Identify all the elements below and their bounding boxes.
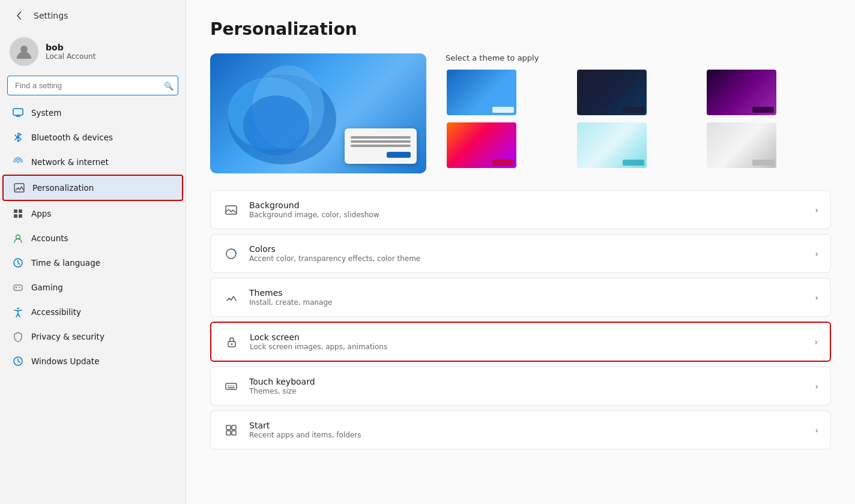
svg-rect-22 xyxy=(226,425,231,430)
settings-item-title: Touch keyboard xyxy=(249,377,315,386)
sidebar-item-network[interactable]: Network & internet xyxy=(2,150,183,174)
svg-rect-1 xyxy=(13,109,23,115)
settings-item-lock-screen[interactable]: Lock screen Lock screen images, apps, an… xyxy=(211,323,830,361)
user-type: Local Account xyxy=(46,52,95,61)
sidebar-item-gaming[interactable]: Gaming xyxy=(2,275,183,299)
user-info: bob Local Account xyxy=(46,43,95,61)
sidebar-item-apps[interactable]: Apps xyxy=(2,202,183,226)
settings-group-lock-screen: Lock screen Lock screen images, apps, an… xyxy=(210,322,831,362)
theme-thumb-5[interactable] xyxy=(576,121,648,169)
sidebar-item-accessibility[interactable]: Accessibility xyxy=(2,300,183,324)
sidebar-item-time[interactable]: Time & language xyxy=(2,251,183,275)
settings-item-title: Background xyxy=(249,200,379,210)
settings-item-left: Colors Accent color, transparency effect… xyxy=(223,244,420,263)
theme-grid xyxy=(446,68,831,169)
sidebar-nav: System Bluetooth & devices Network & int… xyxy=(0,100,186,374)
monitor-icon xyxy=(12,107,24,119)
settings-item-text: Themes Install, create, manage xyxy=(249,288,332,307)
themes-icon xyxy=(223,289,240,306)
sidebar-item-label: Accessibility xyxy=(31,307,81,317)
keyboard-icon xyxy=(223,378,240,395)
preview-wallpaper xyxy=(222,59,342,167)
back-button[interactable] xyxy=(5,6,34,25)
settings-item-subtitle: Themes, size xyxy=(249,387,315,395)
sidebar-item-label: Bluetooth & devices xyxy=(31,133,113,142)
personalization-icon xyxy=(13,182,25,194)
search-input[interactable] xyxy=(7,76,178,95)
theme-grid-title: Select a theme to apply xyxy=(446,53,831,62)
sidebar-item-system[interactable]: System xyxy=(2,101,183,125)
settings-item-title: Colors xyxy=(249,244,420,254)
settings-item-left: Touch keyboard Themes, size xyxy=(223,377,315,395)
sidebar-item-label: Windows Update xyxy=(31,356,99,366)
sidebar-item-label: System xyxy=(31,108,61,118)
theme-thumb-6[interactable] xyxy=(705,121,778,169)
settings-item-text: Lock screen Lock screen images, apps, an… xyxy=(250,332,387,351)
settings-item-title: Lock screen xyxy=(250,332,387,342)
sidebar-item-label: Privacy & security xyxy=(31,332,104,341)
settings-item-subtitle: Accent color, transparency effects, colo… xyxy=(249,254,420,263)
accessibility-icon xyxy=(12,306,24,318)
start-icon xyxy=(223,422,240,439)
settings-item-start[interactable]: Start Recent apps and items, folders › xyxy=(211,411,830,449)
page-title: Personalization xyxy=(210,19,831,39)
sidebar-item-accounts[interactable]: Accounts xyxy=(2,226,183,250)
sidebar-item-label: Time & language xyxy=(31,258,100,268)
theme-section: Select a theme to apply xyxy=(210,53,831,173)
chevron-right-icon: › xyxy=(815,425,818,435)
svg-point-11 xyxy=(17,308,19,310)
svg-rect-4 xyxy=(14,209,17,213)
settings-group-colors: Colors Accent color, transparency effect… xyxy=(210,234,831,273)
main-content: Personalization xyxy=(186,0,855,504)
settings-item-text: Touch keyboard Themes, size xyxy=(249,377,315,395)
sidebar-item-bluetooth[interactable]: Bluetooth & devices xyxy=(2,125,183,149)
settings-item-subtitle: Recent apps and items, folders xyxy=(249,431,361,439)
sidebar-item-label: Personalization xyxy=(32,183,94,193)
sidebar-item-personalization[interactable]: Personalization xyxy=(2,175,183,201)
sidebar-item-label: Gaming xyxy=(31,283,63,292)
svg-point-20 xyxy=(231,343,233,345)
window-title: Settings xyxy=(34,11,68,20)
sidebar-item-update[interactable]: Windows Update xyxy=(2,349,183,373)
svg-point-16 xyxy=(243,95,309,155)
time-icon xyxy=(12,257,24,269)
settings-item-left: Background Background image, color, slid… xyxy=(223,200,379,219)
privacy-icon xyxy=(12,331,24,343)
settings-item-text: Start Recent apps and items, folders xyxy=(249,421,361,439)
sidebar-item-label: Accounts xyxy=(31,233,68,243)
theme-preview xyxy=(210,53,426,173)
user-profile[interactable]: bob Local Account xyxy=(0,28,186,73)
settings-item-touch-keyboard[interactable]: Touch keyboard Themes, size › xyxy=(211,367,830,405)
colors-icon xyxy=(223,245,240,262)
settings-item-subtitle: Background image, color, slideshow xyxy=(249,211,379,219)
settings-item-themes[interactable]: Themes Install, create, manage › xyxy=(211,278,830,316)
theme-thumb-1[interactable] xyxy=(446,68,518,116)
settings-item-text: Colors Accent color, transparency effect… xyxy=(249,244,420,263)
svg-rect-25 xyxy=(232,431,236,435)
svg-point-2 xyxy=(17,161,19,163)
bluetooth-icon xyxy=(12,131,24,143)
settings-item-left: Themes Install, create, manage xyxy=(223,288,332,307)
theme-grid-section: Select a theme to apply xyxy=(446,53,831,169)
settings-item-background[interactable]: Background Background image, color, slid… xyxy=(211,191,830,229)
svg-rect-5 xyxy=(19,209,22,213)
settings-item-subtitle: Install, create, manage xyxy=(249,298,332,307)
theme-thumb-2[interactable] xyxy=(576,68,648,116)
settings-item-left: Start Recent apps and items, folders xyxy=(223,421,361,439)
search-icon: 🔍 xyxy=(164,81,174,90)
search-box: 🔍 xyxy=(7,76,178,95)
accounts-icon xyxy=(12,232,24,244)
sidebar-item-privacy[interactable]: Privacy & security xyxy=(2,325,183,349)
sidebar: Settings bob Local Account 🔍 System B xyxy=(0,0,186,504)
theme-thumb-4[interactable] xyxy=(446,121,518,169)
update-icon xyxy=(12,355,24,367)
sidebar-item-label: Apps xyxy=(31,209,51,218)
sidebar-item-label: Network & internet xyxy=(31,157,109,167)
user-name: bob xyxy=(46,43,95,52)
gaming-icon xyxy=(12,281,24,293)
svg-rect-6 xyxy=(14,214,17,218)
chevron-right-icon: › xyxy=(815,293,818,302)
settings-item-colors[interactable]: Colors Accent color, transparency effect… xyxy=(211,235,830,272)
theme-thumb-3[interactable] xyxy=(705,68,778,116)
svg-rect-7 xyxy=(19,214,22,218)
